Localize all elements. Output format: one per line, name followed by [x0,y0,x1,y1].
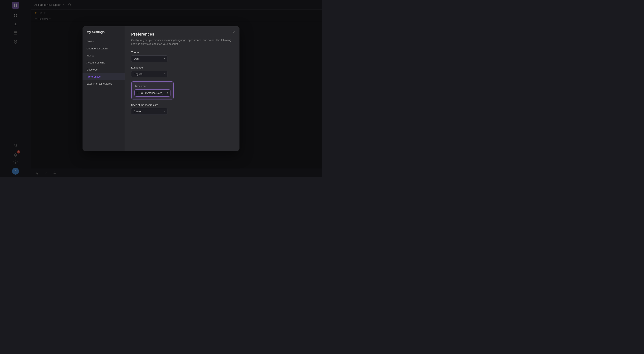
nav-item-account-binding[interactable]: Account binding [82,59,124,66]
modal-title: My Settings [82,30,124,38]
modal-content-area: Preferences Configure your preferences, … [125,26,240,151]
nav-item-preferences[interactable]: Preferences [82,73,124,80]
timezone-label: Time zone [135,85,170,88]
record-card-label: Style of the record card [131,103,233,107]
theme-field-group: Theme Dark Light System ▾ [131,51,233,62]
timezone-select[interactable]: UTC-5(America/New_York) UTC+0(UTC) UTC+8… [135,90,170,96]
nav-item-profile[interactable]: Profile [82,38,124,45]
preferences-title: Preferences [131,32,233,36]
timezone-box: Time zone UTC-5(America/New_York) UTC+0(… [131,81,174,99]
nav-item-wallet[interactable]: Wallet [82,52,124,59]
record-card-select[interactable]: Center Left Right [131,108,168,115]
nav-item-change-password[interactable]: Change password [82,45,124,52]
modal-sidebar: My Settings Profile Change password Wall… [82,26,125,151]
theme-select[interactable]: Dark Light System [131,55,168,62]
language-select-wrapper: English Chinese Japanese French German S… [131,71,168,77]
record-card-select-wrapper: Center Left Right ▾ [131,108,168,115]
language-field-group: Language English Chinese Japanese French… [131,66,233,77]
settings-modal: ✕ My Settings Profile Change password Wa… [82,26,240,151]
preferences-description: Configure your preferences, including la… [131,38,233,46]
timezone-select-wrapper: UTC-5(America/New_York) UTC+0(UTC) UTC+8… [135,90,170,96]
language-label: Language [131,66,233,69]
timezone-field-group: Time zone UTC-5(America/New_York) UTC+0(… [131,81,233,99]
nav-item-developer[interactable]: Developer [82,66,124,73]
theme-select-wrapper: Dark Light System ▾ [131,55,168,62]
record-card-field-group: Style of the record card Center Left Rig… [131,103,233,115]
language-select[interactable]: English Chinese Japanese French German S… [131,71,168,77]
modal-close-button[interactable]: ✕ [231,29,236,35]
nav-item-experimental-features[interactable]: Experimental features [82,80,124,87]
theme-label: Theme [131,51,233,54]
